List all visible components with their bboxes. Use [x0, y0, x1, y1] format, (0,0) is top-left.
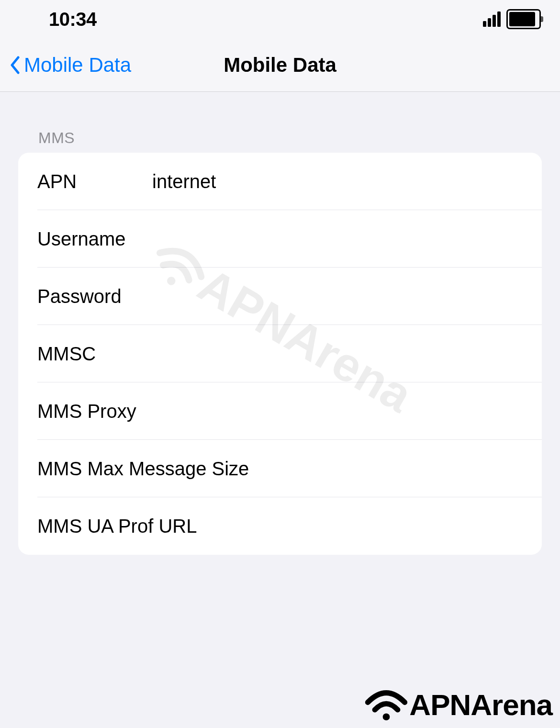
- footer-brand-text: APNArena: [409, 688, 552, 722]
- setting-row-mmsc[interactable]: MMSC: [18, 325, 542, 382]
- chevron-left-icon: [10, 56, 20, 74]
- status-right: [483, 9, 541, 29]
- mmsc-input[interactable]: [96, 343, 542, 365]
- setting-label-username: Username: [37, 228, 126, 250]
- mmsua-input[interactable]: [197, 515, 542, 537]
- page-title: Mobile Data: [224, 54, 336, 77]
- wifi-icon: [364, 687, 408, 722]
- setting-label-mmsproxy: MMS Proxy: [37, 401, 136, 422]
- setting-label-mmsc: MMSC: [37, 343, 96, 365]
- back-button[interactable]: Mobile Data: [10, 54, 131, 77]
- password-input[interactable]: [122, 286, 542, 307]
- setting-row-username[interactable]: Username: [18, 210, 542, 268]
- settings-group-mms: APN Username Password MMSC MMS Proxy MMS…: [18, 153, 542, 555]
- setting-row-password[interactable]: Password: [18, 268, 542, 325]
- setting-label-apn: APN: [37, 171, 152, 192]
- setting-label-mmsmax: MMS Max Message Size: [37, 458, 249, 480]
- footer-brand: APNArena: [364, 687, 552, 722]
- username-input[interactable]: [126, 228, 542, 250]
- section-header-mms: MMS: [0, 129, 560, 153]
- battery-icon: [506, 9, 541, 29]
- apn-input[interactable]: [152, 171, 542, 192]
- status-bar: 10:34: [0, 0, 560, 38]
- setting-row-apn[interactable]: APN: [18, 153, 542, 210]
- setting-label-password: Password: [37, 286, 122, 307]
- setting-row-mmsmax[interactable]: MMS Max Message Size: [18, 440, 542, 497]
- setting-label-mmsua: MMS UA Prof URL: [37, 515, 197, 537]
- navigation-bar: Mobile Data Mobile Data: [0, 38, 560, 92]
- setting-row-mmsua[interactable]: MMS UA Prof URL: [18, 497, 542, 555]
- mmsmax-input[interactable]: [249, 458, 542, 480]
- cellular-signal-icon: [483, 11, 501, 27]
- svg-point-1: [383, 713, 390, 720]
- mmsproxy-input[interactable]: [136, 401, 542, 422]
- content: MMS APN Username Password MMSC MMS Proxy…: [0, 92, 560, 555]
- setting-row-mmsproxy[interactable]: MMS Proxy: [18, 382, 542, 440]
- status-time: 10:34: [49, 9, 97, 30]
- back-label: Mobile Data: [24, 54, 131, 77]
